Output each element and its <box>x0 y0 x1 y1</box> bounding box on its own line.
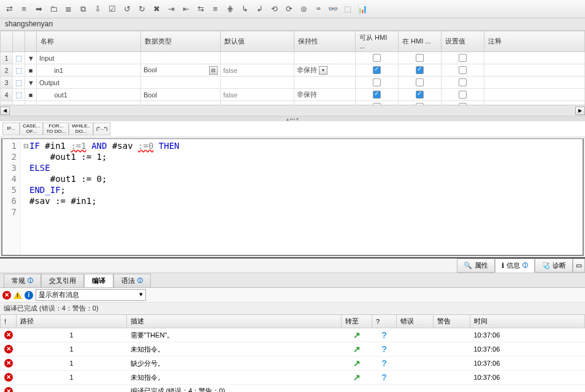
expander-icon[interactable]: ▼ <box>28 79 34 86</box>
checkbox-icon[interactable] <box>416 91 424 99</box>
code-template-button[interactable]: FOR...TO DO... <box>43 123 69 135</box>
interface-row[interactable]: 1⬚▼Input <box>1 52 585 64</box>
expander-icon[interactable]: ▼ <box>28 55 34 62</box>
checkbox-icon[interactable] <box>459 66 467 74</box>
message-row[interactable]: ✕1缺少分号。↗?10:37:06 <box>1 356 585 371</box>
checkbox-icon[interactable] <box>416 78 424 86</box>
tb-btn-15[interactable]: ≡ <box>210 4 221 15</box>
code-template-button[interactable]: (*...*) <box>93 123 110 135</box>
tb-btn-24[interactable]: ⬚ <box>342 4 353 15</box>
tb-btn-18[interactable]: ↲ <box>254 4 265 15</box>
message-row[interactable]: ✕1未知指令。↗?10:37:06 <box>1 371 585 385</box>
code-editor[interactable]: 1234567 ⊟IF #in1 :=1 AND #sav :=0 THEN #… <box>1 138 584 256</box>
h-scrollbar[interactable]: ◀ ▶ <box>0 105 585 116</box>
tb-btn-4[interactable]: 🗀 <box>48 4 59 15</box>
mcol-desc[interactable]: 描述 <box>127 315 342 328</box>
subtab-syntax[interactable]: 语法 ⓘ <box>113 274 151 287</box>
tb-btn-8[interactable]: ☑ <box>107 4 118 15</box>
subtab-compile[interactable]: 编译 <box>84 274 113 287</box>
tb-btn-19[interactable]: ⟲ <box>269 4 280 15</box>
tb-btn-3[interactable]: ➡ <box>33 4 44 15</box>
filter-warn-icon[interactable] <box>13 292 22 299</box>
help-icon[interactable]: ? <box>381 330 387 340</box>
interface-row[interactable]: 3⬚▼Output <box>1 77 585 89</box>
tb-btn-16[interactable]: ⋕ <box>224 4 235 15</box>
checkbox-icon[interactable] <box>416 66 424 74</box>
checkbox-icon[interactable] <box>373 66 381 74</box>
goto-icon[interactable]: ↗ <box>353 330 361 340</box>
tb-btn-21[interactable]: ⊜ <box>298 4 309 15</box>
checkbox-icon[interactable] <box>373 54 381 62</box>
tb-btn-1[interactable]: ⇄ <box>4 4 15 15</box>
mcol-help[interactable]: ? <box>372 315 397 328</box>
tb-btn-13[interactable]: ⇤ <box>180 4 191 15</box>
col-hmi1[interactable]: 可从 HMI ... <box>356 31 399 52</box>
tb-btn-2[interactable]: ≡ <box>18 4 29 15</box>
tb-btn-9[interactable]: ↺ <box>121 4 132 15</box>
help-icon[interactable]: ? <box>381 358 387 368</box>
mcol-time[interactable]: 时间 <box>470 315 585 328</box>
mcol-err[interactable]: 错误 <box>397 315 434 328</box>
code-lines[interactable]: ⊟IF #in1 :=1 AND #sav :=0 THEN #out1 := … <box>21 139 583 255</box>
tb-btn-22[interactable]: ⚭ <box>313 4 324 15</box>
tb-btn-20[interactable]: ⟳ <box>283 4 294 15</box>
message-row[interactable]: ✕1未知指令。↗?10:37:06 <box>1 342 585 356</box>
subtab-xref[interactable]: 交叉引用 <box>41 274 84 287</box>
tb-btn-12[interactable]: ⇥ <box>166 4 177 15</box>
goto-icon[interactable]: ↗ <box>353 344 361 354</box>
type-picker-icon[interactable]: ▤ <box>209 66 218 75</box>
tb-btn-7[interactable]: ⇩ <box>92 4 103 15</box>
tb-btn-10[interactable]: ↻ <box>136 4 147 15</box>
splitter[interactable]: ▴ ▪▪▪ ▾ <box>0 116 585 121</box>
col-hold[interactable]: 保持性 <box>294 31 356 52</box>
filter-error-icon[interactable]: ✕ <box>2 291 11 300</box>
expander-icon[interactable]: ■ <box>28 91 34 99</box>
scroll-right-icon[interactable]: ▶ <box>575 107 585 115</box>
code-template-button[interactable]: WHILE..DO... <box>69 123 93 135</box>
fold-icon[interactable]: ⊟ <box>23 140 29 151</box>
filter-info-icon[interactable]: i <box>25 291 33 300</box>
tb-btn-23[interactable]: 👓 <box>327 4 338 15</box>
code-template-button[interactable]: IF... <box>2 123 20 135</box>
checkbox-icon[interactable] <box>373 78 381 86</box>
tab-properties[interactable]: 🔍属性 <box>457 258 495 273</box>
mcol-goto[interactable]: 转至 <box>342 315 372 328</box>
checkbox-icon[interactable] <box>416 54 424 62</box>
mcol-path[interactable]: 路径 <box>17 315 127 328</box>
checkbox-icon[interactable] <box>459 78 467 86</box>
col-comment[interactable]: 注释 <box>484 31 585 52</box>
code-template-button[interactable]: CASE...OF... <box>20 123 43 135</box>
interface-row[interactable]: 4⬚■ out1Boolfalse非保持 <box>1 89 585 101</box>
tab-collapse[interactable]: ▭ <box>573 258 585 273</box>
checkbox-icon[interactable] <box>459 91 467 99</box>
message-row[interactable]: ✕编译已完成 (错误：4：警告：0) <box>1 385 585 393</box>
tb-btn-6[interactable]: ⧉ <box>77 4 88 15</box>
tb-btn-5[interactable]: ≣ <box>63 4 74 15</box>
tb-btn-11[interactable]: ✖ <box>151 4 162 15</box>
col-type[interactable]: 数据类型 <box>141 31 221 52</box>
filter-dropdown[interactable]: 显示所有消息▾ <box>36 289 146 301</box>
col-name[interactable]: 名称 <box>37 31 141 52</box>
tb-btn-17[interactable]: ↳ <box>239 4 250 15</box>
mcol-warn[interactable]: 警告 <box>434 315 470 328</box>
goto-icon[interactable]: ↗ <box>353 372 361 382</box>
mcol-icon[interactable]: ! <box>1 315 17 328</box>
subtab-general[interactable]: 常规 ⓘ <box>4 274 41 287</box>
help-icon[interactable]: ? <box>381 372 387 382</box>
tb-btn-25[interactable]: 📊 <box>357 4 368 15</box>
expander-icon[interactable]: ■ <box>28 67 34 74</box>
col-setval[interactable]: 设置值 <box>442 31 484 52</box>
checkbox-icon[interactable] <box>373 91 381 99</box>
goto-icon[interactable]: ↗ <box>353 358 361 368</box>
tb-btn-14[interactable]: ⇆ <box>195 4 206 15</box>
col-default[interactable]: 默认值 <box>221 31 294 52</box>
scroll-left-icon[interactable]: ◀ <box>0 107 10 115</box>
tab-info[interactable]: ℹ信息 ⓘ <box>495 258 535 273</box>
checkbox-icon[interactable] <box>459 54 467 62</box>
tab-diagnostics[interactable]: 🩺诊断 <box>535 258 573 273</box>
dropdown-icon[interactable]: ▾ <box>319 66 327 75</box>
col-hmi2[interactable]: 在 HMI ... <box>399 31 442 52</box>
help-icon[interactable]: ? <box>381 344 387 354</box>
message-row[interactable]: ✕1需要"THEN"。↗?10:37:06 <box>1 328 585 342</box>
interface-row[interactable]: 2⬚■ in1Bool ▤false非保持 ▾ <box>1 64 585 77</box>
